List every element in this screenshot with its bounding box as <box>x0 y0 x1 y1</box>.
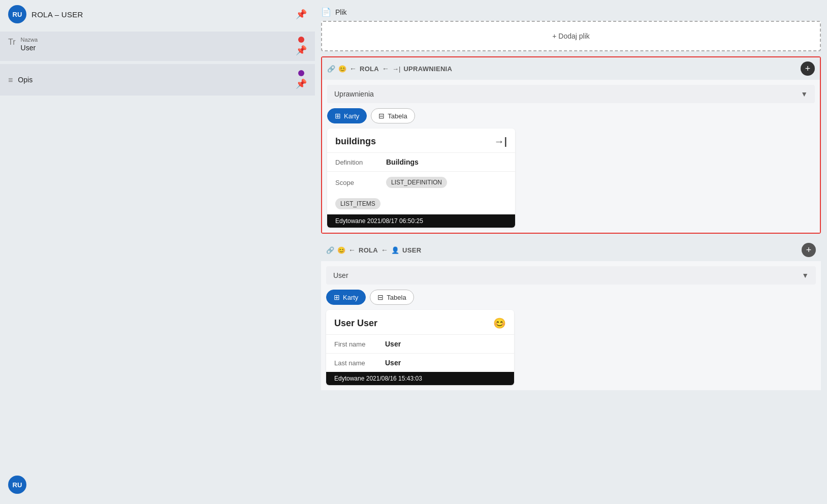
buildings-card-body: Definition Buildings Scope LIST_DEFINITI… <box>327 152 515 214</box>
user-add-btn[interactable]: + <box>802 243 816 257</box>
uprawnienia-add-btn[interactable]: + <box>801 61 815 76</box>
pin-icon-nazwa[interactable]: 📌 <box>296 45 307 56</box>
user-dropdown-label: User <box>333 271 348 279</box>
nav-arrow-user-1: ← <box>348 246 356 254</box>
user-tabs: ⊞ Karty ⊟ Tabela <box>326 290 816 305</box>
purple-dot <box>298 70 304 76</box>
nazwa-field-inner: Tr Nazwa User <box>8 37 296 52</box>
user-card-title: User User <box>334 318 377 329</box>
header-left: RU ROLA – USER <box>8 5 83 23</box>
file-icon: 📄 <box>321 7 331 17</box>
buildings-title: buildings <box>335 136 376 147</box>
nazwa-label: Nazwa <box>21 37 38 43</box>
user-card-body: First name User Last name User <box>326 334 514 372</box>
uprawnienia-content: Uprawnienia ▼ ⊞ Karty ⊟ Tabela buildings… <box>322 80 820 233</box>
user-dropdown-arrow: ▼ <box>802 271 809 279</box>
user-card-footer: Edytowane 2021/08/16 15:43:03 <box>326 372 514 385</box>
plik-label: Plik <box>335 8 347 16</box>
login-icon: →| <box>392 65 400 73</box>
uprawnienia-section: 🔗 😊 ← ROLA ← →| UPRAWNIENIA + Uprawnieni… <box>321 56 821 234</box>
opis-field-actions: 📌 <box>296 70 307 89</box>
left-panel: RU ROLA – USER 📌 Tr Nazwa User 📌 ≡ Opis … <box>0 0 315 504</box>
firstname-label: First name <box>334 340 375 348</box>
dodaj-plik-box[interactable]: + Dodaj plik <box>321 21 821 51</box>
tab-tabela-user[interactable]: ⊟ Tabela <box>370 290 414 305</box>
uprawnienia-dropdown[interactable]: Uprawnienia ▼ <box>327 85 815 103</box>
user-card-header: User User 😊 <box>326 310 514 334</box>
buildings-login-icon[interactable]: →| <box>494 136 507 147</box>
definition-value: Buildings <box>386 158 419 166</box>
lastname-value: User <box>385 359 401 367</box>
opis-field-row: ≡ Opis 📌 <box>0 64 315 96</box>
scope-badge-2: LIST_ITEMS <box>335 198 380 209</box>
pin-icon-opis[interactable]: 📌 <box>296 78 307 89</box>
user-content: User ▼ ⊞ Karty ⊟ Tabela User User 😊 <box>321 261 821 390</box>
tab-tabela-label: Tabela <box>388 112 407 120</box>
uprawnienia-breadcrumb: 🔗 😊 ← ROLA ← →| UPRAWNIENIA <box>327 65 452 73</box>
face-icon-user: 😊 <box>337 246 345 254</box>
nav-arrow-2: ← <box>382 65 389 73</box>
user-section: 🔗 😊 ← ROLA ← 👤 USER + User ▼ ⊞ Karty <box>321 239 821 390</box>
dropdown-arrow: ▼ <box>801 90 808 98</box>
buildings-scope-row: Scope LIST_DEFINITION LIST_ITEMS <box>327 172 515 214</box>
grid-icon: ⊞ <box>335 112 341 120</box>
tab-karty-label: Karty <box>344 112 359 120</box>
nav-user: USER <box>402 246 421 254</box>
scope-badge-1: LIST_DEFINITION <box>386 177 447 188</box>
nav-arrow-1: ← <box>349 65 357 73</box>
red-dot <box>298 37 304 43</box>
nav-rola-user: ROLA <box>359 246 378 254</box>
uprawnienia-dropdown-label: Uprawnienia <box>334 90 374 98</box>
menu-icon: ≡ <box>8 76 13 85</box>
nazwa-field-row: Tr Nazwa User 📌 <box>0 32 315 61</box>
tab-tabela-uprawnienia[interactable]: ⊟ Tabela <box>371 108 415 123</box>
grid-icon-user: ⊞ <box>334 293 340 301</box>
table-icon: ⊟ <box>378 112 385 120</box>
user-card: User User 😊 First name User Last name Us… <box>326 310 514 385</box>
nav-rola: ROLA <box>360 65 379 73</box>
nazwa-field-content: Nazwa User <box>21 37 38 52</box>
buildings-card-footer: Edytowane 2021/08/17 06:50:25 <box>327 214 515 228</box>
text-icon: Tr <box>8 38 16 47</box>
plik-section: 📄 Plik + Dodaj plik <box>321 5 821 51</box>
tab-tabela-user-label: Tabela <box>387 294 406 301</box>
opis-label: Opis <box>18 76 33 84</box>
left-panel-header: RU ROLA – USER 📌 <box>0 0 315 28</box>
pin-icon[interactable]: 📌 <box>296 9 307 20</box>
scope-label: Scope <box>335 179 376 186</box>
user-icon: 👤 <box>391 246 399 254</box>
user-face-icon[interactable]: 😊 <box>493 317 506 329</box>
buildings-definition-row: Definition Buildings <box>327 153 515 172</box>
user-lastname-row: Last name User <box>326 354 514 372</box>
buildings-card-header: buildings →| <box>327 129 515 152</box>
bottom-avatar[interactable]: RU <box>8 476 26 494</box>
link-icon-user: 🔗 <box>326 246 334 254</box>
opis-inner: ≡ Opis <box>8 75 33 85</box>
user-header: 🔗 😊 ← ROLA ← 👤 USER + <box>321 239 821 261</box>
tab-karty-user-label: Karty <box>343 294 358 301</box>
lastname-label: Last name <box>334 359 375 367</box>
right-panel: 📄 Plik + Dodaj plik 🔗 😊 ← ROLA ← →| UPRA… <box>315 0 827 504</box>
table-icon-user: ⊟ <box>377 293 384 301</box>
nazwa-field-actions: 📌 <box>296 37 307 56</box>
tab-karty-user[interactable]: ⊞ Karty <box>326 290 366 305</box>
face-icon: 😊 <box>338 65 346 73</box>
nazwa-value: User <box>21 44 36 52</box>
user-dropdown[interactable]: User ▼ <box>326 266 816 285</box>
tab-karty-uprawnienia[interactable]: ⊞ Karty <box>327 108 367 123</box>
user-breadcrumb: 🔗 😊 ← ROLA ← 👤 USER <box>326 246 421 254</box>
definition-label: Definition <box>335 159 376 166</box>
plik-header: 📄 Plik <box>321 5 821 21</box>
role-avatar: RU <box>8 5 26 23</box>
link-icon: 🔗 <box>327 65 335 73</box>
nav-arrow-user-2: ← <box>381 246 388 254</box>
role-title: ROLA – USER <box>31 10 83 19</box>
nav-uprawnienia: UPRAWNIENIA <box>403 65 452 73</box>
firstname-value: User <box>385 340 401 348</box>
user-firstname-row: First name User <box>326 335 514 354</box>
uprawnienia-tabs: ⊞ Karty ⊟ Tabela <box>327 108 815 123</box>
buildings-card: buildings →| Definition Buildings Scope … <box>327 129 515 228</box>
uprawnienia-header: 🔗 😊 ← ROLA ← →| UPRAWNIENIA + <box>322 57 820 80</box>
